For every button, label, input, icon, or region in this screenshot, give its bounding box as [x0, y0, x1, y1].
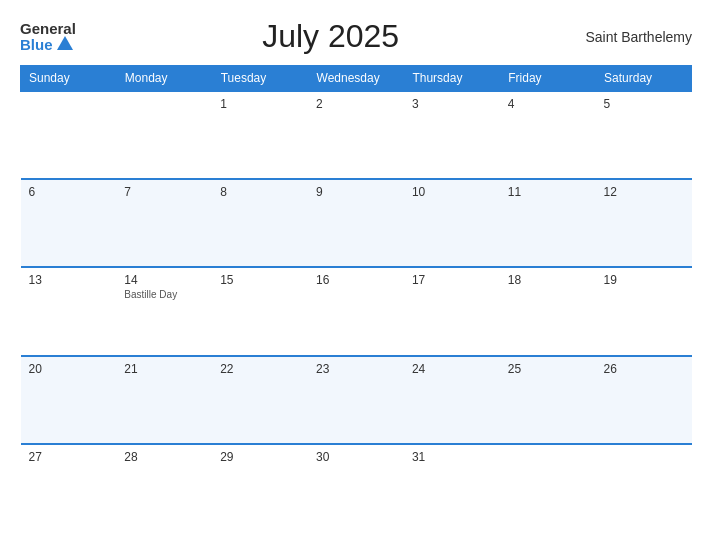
day-number: 10 [412, 185, 492, 199]
day-number: 7 [124, 185, 204, 199]
calendar-cell: 10 [404, 179, 500, 267]
calendar-week-row: 6789101112 [21, 179, 692, 267]
day-number: 13 [29, 273, 109, 287]
calendar-cell: 19 [596, 267, 692, 355]
calendar-cell: 5 [596, 91, 692, 179]
weekday-header: Thursday [404, 66, 500, 92]
calendar-table: SundayMondayTuesdayWednesdayThursdayFrid… [20, 65, 692, 532]
calendar-cell [116, 91, 212, 179]
day-number: 8 [220, 185, 300, 199]
calendar-header-row: SundayMondayTuesdayWednesdayThursdayFrid… [21, 66, 692, 92]
day-number: 9 [316, 185, 396, 199]
calendar-cell: 30 [308, 444, 404, 532]
day-number: 6 [29, 185, 109, 199]
day-number: 11 [508, 185, 588, 199]
weekday-header: Monday [116, 66, 212, 92]
region-label: Saint Barthelemy [585, 29, 692, 45]
calendar-cell: 31 [404, 444, 500, 532]
calendar-cell: 16 [308, 267, 404, 355]
calendar-week-row: 12345 [21, 91, 692, 179]
day-number: 4 [508, 97, 588, 111]
calendar-cell: 29 [212, 444, 308, 532]
day-number: 26 [604, 362, 684, 376]
weekday-header: Saturday [596, 66, 692, 92]
day-number: 25 [508, 362, 588, 376]
calendar-cell: 28 [116, 444, 212, 532]
calendar-cell: 9 [308, 179, 404, 267]
day-number: 31 [412, 450, 492, 464]
day-number: 12 [604, 185, 684, 199]
day-number: 23 [316, 362, 396, 376]
calendar-cell: 24 [404, 356, 500, 444]
calendar-title: July 2025 [262, 18, 399, 55]
calendar-week-row: 20212223242526 [21, 356, 692, 444]
weekday-header: Tuesday [212, 66, 308, 92]
logo: General Blue [20, 21, 76, 52]
calendar-cell: 3 [404, 91, 500, 179]
weekday-header: Wednesday [308, 66, 404, 92]
calendar-cell: 15 [212, 267, 308, 355]
weekday-header: Sunday [21, 66, 117, 92]
day-number: 30 [316, 450, 396, 464]
day-number: 1 [220, 97, 300, 111]
day-number: 17 [412, 273, 492, 287]
day-number: 2 [316, 97, 396, 111]
day-number: 16 [316, 273, 396, 287]
day-number: 20 [29, 362, 109, 376]
logo-triangle-icon [57, 36, 73, 50]
calendar-cell: 14Bastille Day [116, 267, 212, 355]
calendar-cell: 11 [500, 179, 596, 267]
day-number: 21 [124, 362, 204, 376]
day-number: 18 [508, 273, 588, 287]
day-number: 29 [220, 450, 300, 464]
calendar-cell [596, 444, 692, 532]
day-number: 3 [412, 97, 492, 111]
calendar-cell: 1 [212, 91, 308, 179]
day-number: 5 [604, 97, 684, 111]
calendar-cell: 26 [596, 356, 692, 444]
calendar-cell: 8 [212, 179, 308, 267]
calendar-cell: 23 [308, 356, 404, 444]
weekday-header: Friday [500, 66, 596, 92]
calendar-cell: 25 [500, 356, 596, 444]
calendar-week-row: 1314Bastille Day1516171819 [21, 267, 692, 355]
logo-general-text: General [20, 21, 76, 36]
day-number: 22 [220, 362, 300, 376]
event-label: Bastille Day [124, 289, 204, 300]
day-number: 24 [412, 362, 492, 376]
calendar-cell [500, 444, 596, 532]
calendar-cell [21, 91, 117, 179]
day-number: 28 [124, 450, 204, 464]
day-number: 19 [604, 273, 684, 287]
calendar-cell: 4 [500, 91, 596, 179]
calendar-cell: 18 [500, 267, 596, 355]
calendar-cell: 17 [404, 267, 500, 355]
logo-blue-container: Blue [20, 36, 73, 52]
day-number: 14 [124, 273, 204, 287]
calendar-cell: 12 [596, 179, 692, 267]
calendar-cell: 20 [21, 356, 117, 444]
calendar-cell: 6 [21, 179, 117, 267]
day-number: 27 [29, 450, 109, 464]
logo-blue-text: Blue [20, 37, 53, 52]
calendar-header: General Blue July 2025 Saint Barthelemy [20, 18, 692, 55]
calendar-cell: 13 [21, 267, 117, 355]
calendar-week-row: 2728293031 [21, 444, 692, 532]
calendar-cell: 22 [212, 356, 308, 444]
calendar-cell: 27 [21, 444, 117, 532]
calendar-cell: 21 [116, 356, 212, 444]
day-number: 15 [220, 273, 300, 287]
calendar-cell: 2 [308, 91, 404, 179]
calendar-cell: 7 [116, 179, 212, 267]
